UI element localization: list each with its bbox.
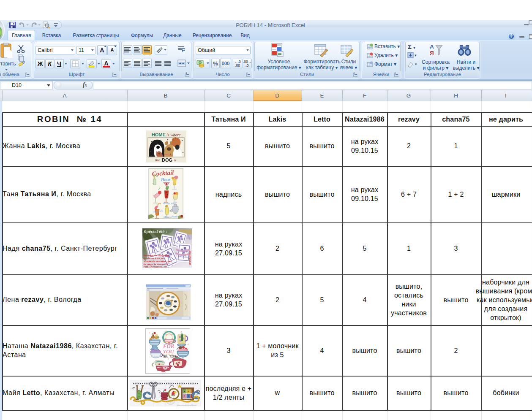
svg-text:l'été, l'Arlésienne, etc ...: l'été, l'Arlésienne, etc ...	[144, 266, 169, 268]
svg-text:Retrouvez la campagne: Retrouvez la campagne	[144, 254, 169, 257]
svg-text:1: 1	[149, 331, 150, 334]
svg-text:Mimosa: Mimosa	[163, 216, 172, 218]
svg-text:www.cross-stitchers-club.com: www.cross-stitchers-club.com	[177, 404, 196, 406]
svg-text:broderies à lire, un: broderies à lire, un	[144, 257, 164, 260]
svg-text:YOU: YOU	[163, 348, 174, 355]
svg-text:4: 4	[187, 343, 189, 346]
svg-text:HOME: HOME	[152, 132, 166, 137]
svg-text:grand prendi: grand prendi	[188, 251, 191, 265]
svg-text:TEA TIME: TEA TIME	[162, 355, 177, 358]
svg-text:the: the	[155, 158, 160, 162]
svg-text:Hour: Hour	[161, 177, 170, 182]
svg-text:DOG: DOG	[162, 157, 172, 163]
svg-text:3: 3	[180, 330, 182, 333]
svg-text:Spécial été :: Spécial été :	[144, 229, 167, 234]
svg-text:is where: is where	[166, 133, 181, 137]
svg-text:sondée de serviettes, sac: sondée de serviettes, sac	[144, 260, 171, 263]
svg-text:is: is	[174, 158, 177, 162]
